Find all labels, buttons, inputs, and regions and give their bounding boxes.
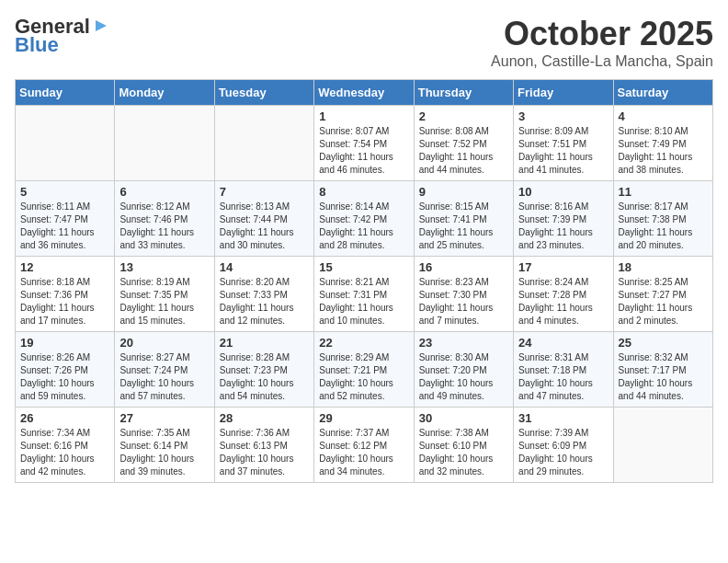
day-info: Sunrise: 8:31 AM Sunset: 7:18 PM Dayligh… — [518, 351, 608, 403]
day-number: 24 — [518, 336, 608, 350]
day-number: 23 — [419, 336, 508, 350]
calendar-cell: 22Sunrise: 8:29 AM Sunset: 7:21 PM Dayli… — [314, 332, 414, 408]
day-info: Sunrise: 8:20 AM Sunset: 7:33 PM Dayligh… — [220, 276, 309, 327]
day-info: Sunrise: 8:18 AM Sunset: 7:36 PM Dayligh… — [20, 276, 109, 327]
calendar-cell: 16Sunrise: 8:23 AM Sunset: 7:30 PM Dayli… — [414, 257, 513, 332]
svg-marker-0 — [96, 20, 107, 31]
calendar-cell: 13Sunrise: 8:19 AM Sunset: 7:35 PM Dayli… — [115, 257, 214, 332]
calendar-cell: 21Sunrise: 8:28 AM Sunset: 7:23 PM Dayli… — [214, 332, 313, 408]
day-info: Sunrise: 8:15 AM Sunset: 7:41 PM Dayligh… — [419, 201, 508, 252]
day-number: 9 — [419, 185, 508, 199]
calendar-cell — [613, 408, 712, 483]
calendar-cell: 11Sunrise: 8:17 AM Sunset: 7:38 PM Dayli… — [613, 181, 712, 257]
day-number: 12 — [20, 260, 109, 274]
calendar-cell: 2Sunrise: 8:08 AM Sunset: 7:52 PM Daylig… — [414, 106, 513, 181]
day-header-thursday: Thursday — [414, 80, 513, 106]
logo-arrow-icon — [92, 17, 110, 35]
day-info: Sunrise: 8:12 AM Sunset: 7:46 PM Dayligh… — [119, 201, 209, 252]
calendar-cell — [214, 106, 313, 181]
calendar-cell: 24Sunrise: 8:31 AM Sunset: 7:18 PM Dayli… — [514, 332, 613, 408]
calendar-cell — [115, 106, 214, 181]
calendar-cell: 7Sunrise: 8:13 AM Sunset: 7:44 PM Daylig… — [214, 181, 313, 257]
day-number: 26 — [20, 411, 109, 425]
calendar-cell: 3Sunrise: 8:09 AM Sunset: 7:51 PM Daylig… — [514, 106, 613, 181]
day-number: 27 — [119, 411, 209, 425]
calendar-cell: 28Sunrise: 7:36 AM Sunset: 6:13 PM Dayli… — [214, 408, 313, 483]
title-block: October 2025 Aunon, Castille-La Mancha, … — [491, 15, 713, 70]
logo-blue: Blue — [15, 33, 59, 57]
day-info: Sunrise: 8:11 AM Sunset: 7:47 PM Dayligh… — [20, 201, 109, 252]
day-number: 14 — [220, 260, 309, 274]
day-header-wednesday: Wednesday — [314, 80, 414, 106]
day-info: Sunrise: 8:32 AM Sunset: 7:17 PM Dayligh… — [619, 351, 708, 403]
calendar-cell: 17Sunrise: 8:24 AM Sunset: 7:28 PM Dayli… — [514, 257, 613, 332]
day-info: Sunrise: 8:13 AM Sunset: 7:44 PM Dayligh… — [220, 201, 309, 252]
calendar-cell: 20Sunrise: 8:27 AM Sunset: 7:24 PM Dayli… — [115, 332, 214, 408]
calendar-cell: 26Sunrise: 7:34 AM Sunset: 6:16 PM Dayli… — [16, 408, 115, 483]
day-info: Sunrise: 8:19 AM Sunset: 7:35 PM Dayligh… — [119, 276, 209, 327]
day-header-tuesday: Tuesday — [214, 80, 313, 106]
day-number: 3 — [518, 109, 608, 123]
calendar-cell: 8Sunrise: 8:14 AM Sunset: 7:42 PM Daylig… — [314, 181, 414, 257]
day-number: 4 — [619, 109, 708, 123]
calendar-cell: 4Sunrise: 8:10 AM Sunset: 7:49 PM Daylig… — [613, 106, 712, 181]
calendar-cell: 14Sunrise: 8:20 AM Sunset: 7:33 PM Dayli… — [214, 257, 313, 332]
day-number: 15 — [319, 260, 408, 274]
calendar-cell: 9Sunrise: 8:15 AM Sunset: 7:41 PM Daylig… — [414, 181, 513, 257]
calendar-header-row: SundayMondayTuesdayWednesdayThursdayFrid… — [16, 80, 713, 106]
calendar-cell: 23Sunrise: 8:30 AM Sunset: 7:20 PM Dayli… — [414, 332, 513, 408]
day-info: Sunrise: 7:37 AM Sunset: 6:12 PM Dayligh… — [319, 427, 408, 478]
day-number: 13 — [119, 260, 209, 274]
day-info: Sunrise: 8:23 AM Sunset: 7:30 PM Dayligh… — [419, 276, 508, 327]
calendar-cell: 25Sunrise: 8:32 AM Sunset: 7:17 PM Dayli… — [613, 332, 712, 408]
day-info: Sunrise: 7:34 AM Sunset: 6:16 PM Dayligh… — [20, 427, 109, 478]
day-info: Sunrise: 8:29 AM Sunset: 7:21 PM Dayligh… — [319, 351, 408, 403]
day-number: 16 — [419, 260, 508, 274]
calendar-week-1: 1Sunrise: 8:07 AM Sunset: 7:54 PM Daylig… — [16, 106, 713, 181]
day-info: Sunrise: 7:38 AM Sunset: 6:10 PM Dayligh… — [419, 427, 508, 478]
day-info: Sunrise: 7:36 AM Sunset: 6:13 PM Dayligh… — [220, 427, 309, 478]
day-number: 2 — [419, 109, 508, 123]
calendar-cell: 6Sunrise: 8:12 AM Sunset: 7:46 PM Daylig… — [115, 181, 214, 257]
day-info: Sunrise: 8:30 AM Sunset: 7:20 PM Dayligh… — [419, 351, 508, 403]
day-info: Sunrise: 8:25 AM Sunset: 7:27 PM Dayligh… — [619, 276, 708, 327]
day-info: Sunrise: 8:09 AM Sunset: 7:51 PM Dayligh… — [518, 125, 608, 177]
calendar-week-2: 5Sunrise: 8:11 AM Sunset: 7:47 PM Daylig… — [16, 181, 713, 257]
day-info: Sunrise: 7:35 AM Sunset: 6:14 PM Dayligh… — [119, 427, 209, 478]
day-number: 28 — [220, 411, 309, 425]
calendar-cell: 29Sunrise: 7:37 AM Sunset: 6:12 PM Dayli… — [314, 408, 414, 483]
day-number: 17 — [518, 260, 608, 274]
day-number: 30 — [419, 411, 508, 425]
day-number: 10 — [518, 185, 608, 199]
logo: General Blue — [15, 15, 110, 57]
day-info: Sunrise: 8:24 AM Sunset: 7:28 PM Dayligh… — [518, 276, 608, 327]
calendar-week-5: 26Sunrise: 7:34 AM Sunset: 6:16 PM Dayli… — [16, 408, 713, 483]
day-number: 8 — [319, 185, 408, 199]
day-number: 31 — [518, 411, 608, 425]
day-number: 21 — [220, 336, 309, 350]
day-info: Sunrise: 7:39 AM Sunset: 6:09 PM Dayligh… — [518, 427, 608, 478]
day-number: 5 — [20, 185, 109, 199]
calendar-cell: 5Sunrise: 8:11 AM Sunset: 7:47 PM Daylig… — [16, 181, 115, 257]
calendar-cell: 30Sunrise: 7:38 AM Sunset: 6:10 PM Dayli… — [414, 408, 513, 483]
month-title: October 2025 — [491, 15, 713, 53]
calendar-table: SundayMondayTuesdayWednesdayThursdayFrid… — [15, 79, 713, 483]
day-info: Sunrise: 8:28 AM Sunset: 7:23 PM Dayligh… — [220, 351, 309, 403]
day-number: 6 — [119, 185, 209, 199]
calendar-cell: 31Sunrise: 7:39 AM Sunset: 6:09 PM Dayli… — [514, 408, 613, 483]
day-info: Sunrise: 8:10 AM Sunset: 7:49 PM Dayligh… — [619, 125, 708, 177]
day-number: 1 — [319, 109, 408, 123]
day-info: Sunrise: 8:26 AM Sunset: 7:26 PM Dayligh… — [20, 351, 109, 403]
calendar-cell: 12Sunrise: 8:18 AM Sunset: 7:36 PM Dayli… — [16, 257, 115, 332]
day-number: 20 — [119, 336, 209, 350]
day-info: Sunrise: 8:08 AM Sunset: 7:52 PM Dayligh… — [419, 125, 508, 177]
page-header: General Blue October 2025 Aunon, Castill… — [15, 15, 713, 70]
day-header-monday: Monday — [115, 80, 214, 106]
day-number: 29 — [319, 411, 408, 425]
day-number: 7 — [220, 185, 309, 199]
day-info: Sunrise: 8:07 AM Sunset: 7:54 PM Dayligh… — [319, 125, 408, 177]
day-number: 25 — [619, 336, 708, 350]
calendar-cell: 19Sunrise: 8:26 AM Sunset: 7:26 PM Dayli… — [16, 332, 115, 408]
calendar-cell: 18Sunrise: 8:25 AM Sunset: 7:27 PM Dayli… — [613, 257, 712, 332]
calendar-cell — [16, 106, 115, 181]
